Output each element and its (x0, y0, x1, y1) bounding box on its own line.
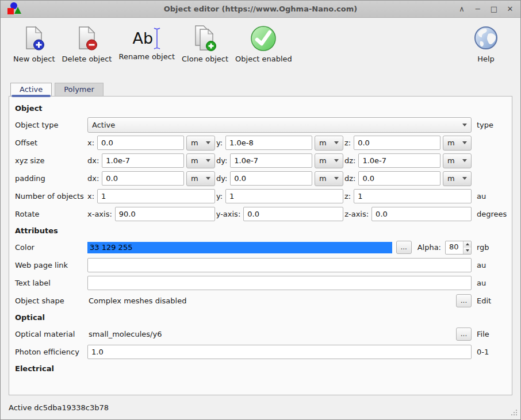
photon-efficiency-input[interactable] (87, 345, 472, 359)
color-browse-button[interactable]: ... (396, 241, 412, 254)
offset-y-unit-select[interactable]: m (315, 136, 343, 151)
padding-dx-input[interactable] (102, 171, 184, 186)
padding-dx-unit-select[interactable]: m (186, 171, 215, 186)
maximize-button[interactable]: □ (489, 2, 499, 17)
number-x-input[interactable] (97, 189, 215, 203)
chevron-down-icon (334, 141, 339, 144)
offset-y-input[interactable] (225, 136, 312, 150)
status-text: Active dc5dba19338c3b78 (9, 403, 109, 412)
spin-down-icon[interactable] (463, 248, 471, 254)
delete-document-icon (73, 25, 101, 52)
window-title: Object editor (https://www.Oghma-Nano.co… (1, 5, 520, 13)
text-ibeam-icon (153, 26, 161, 51)
clone-object-button[interactable]: Clone object (182, 25, 228, 64)
xyz-size-dx-input[interactable] (102, 153, 184, 168)
offset-x-input[interactable] (97, 136, 184, 150)
xyz-size-label: xyz size (15, 156, 87, 165)
offset-z-label: z: (344, 138, 351, 147)
toolbar: New object Delete object Ab Rename objec… (1, 18, 520, 82)
object-shape-browse-button[interactable]: ... (456, 294, 472, 307)
rotate-x-axis-input[interactable] (115, 207, 215, 221)
object-type-row: Object type Active type (15, 116, 506, 134)
object-shape-label: Object shape (15, 296, 87, 305)
new-object-label: New object (13, 55, 55, 64)
globe-icon (472, 25, 500, 52)
photon-efficiency-label: Photon efficiency (15, 348, 87, 356)
tab-polymer[interactable]: Polymer (55, 83, 104, 96)
help-button[interactable]: Help (470, 25, 502, 64)
spin-up-icon[interactable] (463, 241, 471, 248)
number-z-label: z: (344, 192, 351, 201)
offset-z-input[interactable] (354, 136, 440, 150)
chevron-down-icon (462, 124, 467, 126)
number-of-objects-label: Number of objects (15, 192, 87, 201)
chevron-down-icon (206, 141, 210, 144)
close-button[interactable]: ✕ (505, 2, 515, 17)
alpha-spinbox[interactable]: 80 (445, 241, 472, 255)
xyz-size-row: xyz size dx: m dy: m dz: m (15, 152, 506, 169)
new-object-button[interactable]: New object (13, 25, 55, 64)
rotate-y-axis-input[interactable] (243, 207, 343, 221)
section-object: Object (15, 101, 506, 116)
web-page-link-row: Web page link au (15, 256, 506, 274)
color-unit: rgb (472, 243, 506, 252)
xyz-size-dz-label: dz: (344, 156, 355, 165)
rename-object-button[interactable]: Ab Rename object (118, 25, 175, 61)
photon-efficiency-row: Photon efficiency 0-1 (15, 343, 506, 361)
rotate-label: Rotate (15, 210, 87, 218)
padding-label: padding (15, 174, 87, 183)
object-shape-unit: Edit (472, 296, 506, 305)
tab-active[interactable]: Active (10, 83, 52, 96)
offset-x-unit-select[interactable]: m (186, 136, 215, 151)
xyz-size-dz-unit-select[interactable]: m (443, 153, 472, 168)
chevron-down-icon (206, 177, 210, 180)
color-label: Color (15, 243, 87, 252)
rotate-z-axis-input[interactable] (371, 207, 472, 221)
text-label-unit: au (472, 279, 506, 287)
delete-object-button[interactable]: Delete object (62, 25, 112, 64)
offset-z-unit-select[interactable]: m (443, 136, 472, 151)
clone-object-label: Clone object (182, 55, 228, 64)
padding-dy-label: dy: (216, 174, 227, 183)
xyz-size-dy-input[interactable] (230, 153, 312, 168)
xyz-size-dx-unit-select[interactable]: m (186, 153, 215, 168)
padding-dz-input[interactable] (358, 171, 440, 186)
number-of-objects-unit: au (472, 192, 506, 201)
alpha-value: 80 (446, 241, 463, 254)
padding-dy-input[interactable] (230, 171, 312, 186)
chevron-down-icon (334, 177, 339, 180)
object-type-select[interactable]: Active (87, 117, 472, 133)
delete-object-label: Delete object (62, 55, 112, 64)
object-enabled-button[interactable]: Object enabled (235, 25, 292, 64)
optical-material-unit: File (472, 330, 506, 338)
app-logo-icon (6, 2, 22, 17)
optical-material-browse-button[interactable]: ... (456, 327, 472, 341)
number-y-input[interactable] (225, 189, 343, 203)
shade-button[interactable]: ∧ (457, 2, 466, 17)
padding-dy-unit-select[interactable]: m (315, 171, 343, 186)
section-optical: Optical (15, 310, 506, 325)
text-label-input[interactable] (87, 276, 472, 290)
object-enabled-label: Object enabled (235, 55, 292, 64)
xyz-size-dy-unit-select[interactable]: m (315, 153, 343, 168)
tab-bar: Active Polymer (1, 82, 520, 96)
section-electrical: Electrical (15, 361, 506, 376)
check-circle-icon (250, 25, 277, 52)
photon-efficiency-unit: 0-1 (472, 348, 506, 356)
clone-documents-icon (191, 25, 219, 52)
padding-dz-unit-select[interactable]: m (443, 171, 472, 186)
web-page-link-input[interactable] (87, 258, 472, 272)
padding-row: padding dx: m dy: m dz: m (15, 169, 506, 187)
title-bar: Object editor (https://www.Oghma-Nano.co… (1, 1, 520, 18)
resize-grip[interactable] (509, 408, 518, 416)
minimize-button[interactable]: − (473, 2, 482, 17)
rotate-row: Rotate x-axis: y-axis: z-axis: degrees (15, 205, 506, 223)
color-swatch[interactable]: 33 129 255 (87, 242, 392, 253)
web-page-link-label: Web page link (15, 261, 87, 269)
color-value: 33 129 255 (90, 243, 132, 252)
padding-dx-label: dx: (87, 174, 99, 183)
rename-text-cursor-icon: Ab (130, 25, 163, 52)
xyz-size-dz-input[interactable] (358, 153, 440, 168)
number-z-input[interactable] (354, 189, 472, 203)
optical-material-label: Optical material (15, 330, 87, 338)
